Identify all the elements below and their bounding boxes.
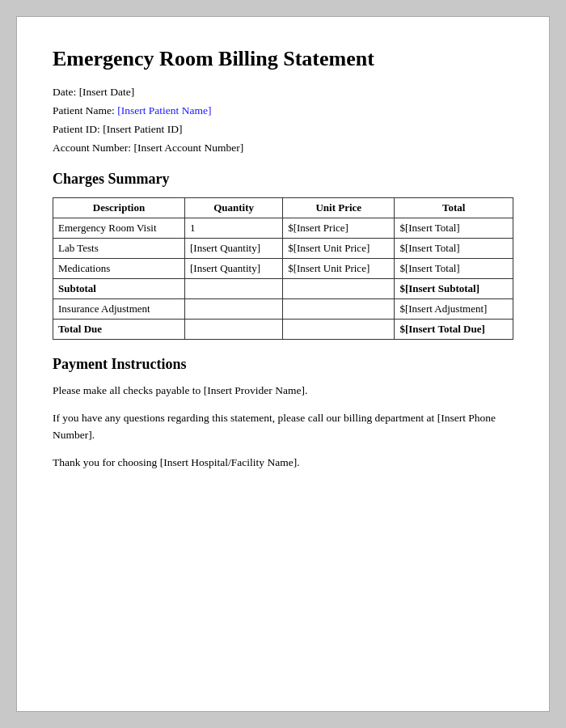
date-label: Date: xyxy=(53,86,79,98)
cell-description-0: Emergency Room Visit xyxy=(53,218,185,239)
cell-quantity-0: 1 xyxy=(184,218,282,239)
payment-section: Payment Instructions Please make all che… xyxy=(53,356,513,471)
patient-name-value: [Insert Patient Name] xyxy=(117,104,211,116)
patient-name-label: Patient Name: xyxy=(53,104,117,116)
cell-description-1: Lab Tests xyxy=(53,239,185,259)
table-row: Lab Tests[Insert Quantity]$[Insert Unit … xyxy=(53,239,513,259)
cell-unit_price-0: $[Insert Price] xyxy=(283,218,395,239)
patient-id-line: Patient ID: [Insert Patient ID] xyxy=(53,123,513,136)
billing-statement: Emergency Room Billing Statement Date: [… xyxy=(16,16,550,712)
cell-quantity-2: [Insert Quantity] xyxy=(184,259,282,279)
table-row: Emergency Room Visit1$[Insert Price]$[In… xyxy=(53,218,513,239)
payment-para-1: Please make all checks payable to [Inser… xyxy=(53,383,513,399)
charges-table: Description Quantity Unit Price Total Em… xyxy=(53,197,513,340)
date-value: [Insert Date] xyxy=(79,86,135,98)
cell-quantity-4 xyxy=(184,299,282,320)
cell-total-5: $[Insert Total Due] xyxy=(395,320,513,340)
payment-para-3: Thank you for choosing [Insert Hospital/… xyxy=(53,455,513,471)
cell-unit_price-2: $[Insert Unit Price] xyxy=(283,259,395,279)
cell-unit_price-3 xyxy=(283,279,395,299)
patient-name-line: Patient Name: [Insert Patient Name] xyxy=(53,104,513,117)
col-header-total: Total xyxy=(395,198,513,218)
table-row: Insurance Adjustment$[Insert Adjustment] xyxy=(53,299,513,320)
cell-total-2: $[Insert Total] xyxy=(395,259,513,279)
account-number-label: Account Number: xyxy=(53,142,133,154)
patient-id-label: Patient ID: xyxy=(53,123,103,135)
col-header-unit-price: Unit Price xyxy=(283,198,395,218)
payment-heading: Payment Instructions xyxy=(53,356,513,373)
cell-description-4: Insurance Adjustment xyxy=(53,299,185,320)
col-header-quantity: Quantity xyxy=(184,198,282,218)
cell-description-3: Subtotal xyxy=(53,279,185,299)
cell-total-0: $[Insert Total] xyxy=(395,218,513,239)
payment-para-2: If you have any questions regarding this… xyxy=(53,410,513,443)
cell-description-2: Medications xyxy=(53,259,185,279)
charges-heading: Charges Summary xyxy=(53,171,513,188)
cell-total-4: $[Insert Adjustment] xyxy=(395,299,513,320)
cell-description-5: Total Due xyxy=(53,320,185,340)
table-row: Medications[Insert Quantity]$[Insert Uni… xyxy=(53,259,513,279)
cell-quantity-3 xyxy=(184,279,282,299)
cell-total-3: $[Insert Subtotal] xyxy=(395,279,513,299)
col-header-description: Description xyxy=(53,198,185,218)
account-number-line: Account Number: [Insert Account Number] xyxy=(53,142,513,154)
patient-id-value: [Insert Patient ID] xyxy=(103,123,182,135)
cell-quantity-1: [Insert Quantity] xyxy=(184,239,282,259)
table-row: Subtotal$[Insert Subtotal] xyxy=(53,279,513,299)
cell-unit_price-1: $[Insert Unit Price] xyxy=(283,239,395,259)
cell-total-1: $[Insert Total] xyxy=(395,239,513,259)
cell-unit_price-5 xyxy=(283,320,395,340)
date-line: Date: [Insert Date] xyxy=(53,86,513,99)
table-row: Total Due$[Insert Total Due] xyxy=(53,320,513,340)
cell-quantity-5 xyxy=(184,320,282,340)
cell-unit_price-4 xyxy=(283,299,395,320)
page-title: Emergency Room Billing Statement xyxy=(53,46,513,71)
account-number-value: [Insert Account Number] xyxy=(133,142,243,154)
